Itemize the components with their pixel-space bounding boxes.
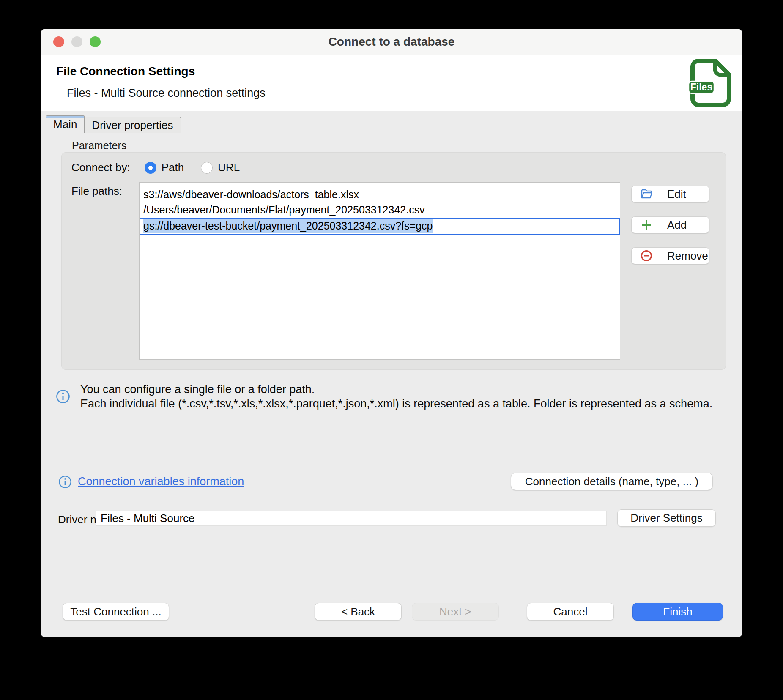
page-title: File Connection Settings [56, 65, 195, 78]
cancel-button[interactable]: Cancel [527, 603, 614, 621]
minimize-button[interactable] [71, 36, 82, 47]
parameters-group-label: Parameters [72, 139, 126, 152]
files-icon-label: Files [690, 82, 712, 93]
wizard-header: File Connection Settings Files - Multi S… [41, 55, 742, 111]
info-icon [56, 389, 70, 404]
connect-by-label: Connect by: [71, 161, 130, 174]
title-bar: Connect to a database [41, 29, 742, 55]
file-paths-label: File paths: [71, 185, 122, 198]
path-list-actions: Edit Add Remove [631, 186, 709, 278]
remove-button[interactable]: Remove [631, 247, 709, 264]
finish-button[interactable]: Finish [632, 603, 723, 621]
radio-url-icon[interactable] [201, 162, 213, 174]
add-button[interactable]: Add [631, 216, 709, 233]
tab-main[interactable]: Main [46, 115, 85, 133]
add-button-label: Add [667, 219, 687, 232]
tab-driver-properties[interactable]: Driver properties [84, 117, 181, 133]
file-path-selected-text: gs://dbeaver-test-bucket/payment_2025033… [143, 219, 433, 233]
file-path-row[interactable]: /Users/beaver/Documents/Flat/payment_202… [140, 202, 620, 217]
connection-variables-link[interactable]: Connection variables information [78, 475, 244, 488]
window-title: Connect to a database [329, 35, 455, 49]
connect-by-row: Connect by: Path URL [71, 161, 257, 174]
info-line-2: Each individual file (*.csv,*.tsv,*.xls,… [80, 396, 712, 411]
remove-button-label: Remove [667, 249, 708, 262]
tab-main-label: Main [53, 118, 77, 131]
file-paths-list[interactable]: s3://aws/dbeaver-downloads/actors_table.… [139, 182, 620, 360]
footer-divider [41, 586, 742, 586]
edit-button-label: Edit [667, 188, 686, 201]
radio-path-label: Path [162, 161, 184, 174]
radio-path-selected-icon[interactable] [145, 162, 156, 174]
info-line-1: You can configure a single file or a fol… [80, 382, 712, 396]
traffic-lights [53, 36, 101, 47]
minus-circle-icon [640, 249, 653, 262]
tab-driver-properties-label: Driver properties [92, 119, 173, 132]
radio-option-url[interactable]: URL [201, 161, 240, 174]
file-path-row[interactable]: s3://aws/dbeaver-downloads/actors_table.… [140, 187, 620, 202]
edit-button[interactable]: Edit [631, 186, 709, 202]
connection-details-button[interactable]: Connection details (name, type, ... ) [511, 473, 713, 490]
plus-icon [640, 219, 653, 231]
zoom-button[interactable] [90, 36, 101, 47]
file-path-edit-input[interactable]: gs://dbeaver-test-bucket/payment_2025033… [140, 218, 620, 235]
driver-name-field[interactable]: Files - Multi Source [96, 511, 607, 526]
close-button[interactable] [53, 36, 64, 47]
page-subtitle: Files - Multi Source connection settings [67, 87, 266, 100]
back-button[interactable]: < Back [315, 603, 402, 621]
open-folder-icon [640, 188, 653, 200]
tab-bar: Main Driver properties [41, 111, 742, 133]
driver-settings-button[interactable]: Driver Settings [617, 509, 716, 527]
next-button: Next > [412, 603, 499, 621]
radio-option-path[interactable]: Path [145, 161, 184, 174]
separator [47, 506, 736, 506]
info-note: You can configure a single file or a fol… [56, 382, 712, 411]
connect-database-dialog: Connect to a database File Connection Se… [41, 29, 742, 637]
test-connection-button[interactable]: Test Connection ... [63, 603, 169, 621]
radio-url-label: URL [218, 161, 240, 174]
parameters-group: Connect by: Path URL File paths: s3://aw… [61, 152, 726, 370]
info-icon [58, 475, 72, 489]
files-driver-icon: Files [688, 58, 731, 109]
